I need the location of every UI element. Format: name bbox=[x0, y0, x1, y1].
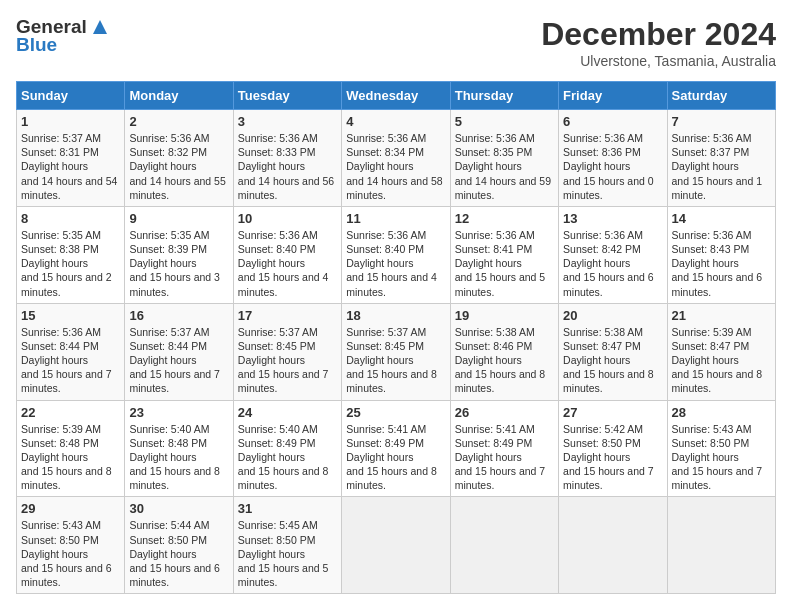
logo: General Blue bbox=[16, 16, 111, 56]
title-block: December 2024 Ulverstone, Tasmania, Aust… bbox=[541, 16, 776, 69]
calendar-cell: 27Sunrise: 5:42 AMSunset: 8:50 PMDayligh… bbox=[559, 400, 667, 497]
calendar-cell: 29Sunrise: 5:43 AMSunset: 8:50 PMDayligh… bbox=[17, 497, 125, 594]
day-number: 4 bbox=[346, 114, 445, 129]
calendar-cell: 15Sunrise: 5:36 AMSunset: 8:44 PMDayligh… bbox=[17, 303, 125, 400]
day-number: 31 bbox=[238, 501, 337, 516]
calendar-cell bbox=[667, 497, 775, 594]
day-number: 2 bbox=[129, 114, 228, 129]
calendar-week-row: 1Sunrise: 5:37 AMSunset: 8:31 PMDaylight… bbox=[17, 110, 776, 207]
day-number: 15 bbox=[21, 308, 120, 323]
calendar-cell: 3Sunrise: 5:36 AMSunset: 8:33 PMDaylight… bbox=[233, 110, 341, 207]
month-title: December 2024 bbox=[541, 16, 776, 53]
day-number: 7 bbox=[672, 114, 771, 129]
calendar-cell: 2Sunrise: 5:36 AMSunset: 8:32 PMDaylight… bbox=[125, 110, 233, 207]
calendar-cell: 23Sunrise: 5:40 AMSunset: 8:48 PMDayligh… bbox=[125, 400, 233, 497]
calendar-cell: 18Sunrise: 5:37 AMSunset: 8:45 PMDayligh… bbox=[342, 303, 450, 400]
calendar-week-row: 15Sunrise: 5:36 AMSunset: 8:44 PMDayligh… bbox=[17, 303, 776, 400]
calendar-cell: 21Sunrise: 5:39 AMSunset: 8:47 PMDayligh… bbox=[667, 303, 775, 400]
weekday-header-friday: Friday bbox=[559, 82, 667, 110]
weekday-header-thursday: Thursday bbox=[450, 82, 558, 110]
calendar-cell: 31Sunrise: 5:45 AMSunset: 8:50 PMDayligh… bbox=[233, 497, 341, 594]
calendar-cell: 1Sunrise: 5:37 AMSunset: 8:31 PMDaylight… bbox=[17, 110, 125, 207]
weekday-header-sunday: Sunday bbox=[17, 82, 125, 110]
calendar-cell: 30Sunrise: 5:44 AMSunset: 8:50 PMDayligh… bbox=[125, 497, 233, 594]
day-number: 11 bbox=[346, 211, 445, 226]
day-number: 17 bbox=[238, 308, 337, 323]
calendar-cell: 9Sunrise: 5:35 AMSunset: 8:39 PMDaylight… bbox=[125, 206, 233, 303]
day-number: 18 bbox=[346, 308, 445, 323]
calendar-cell: 20Sunrise: 5:38 AMSunset: 8:47 PMDayligh… bbox=[559, 303, 667, 400]
svg-marker-0 bbox=[93, 20, 107, 34]
calendar-cell: 6Sunrise: 5:36 AMSunset: 8:36 PMDaylight… bbox=[559, 110, 667, 207]
calendar-cell: 4Sunrise: 5:36 AMSunset: 8:34 PMDaylight… bbox=[342, 110, 450, 207]
day-number: 28 bbox=[672, 405, 771, 420]
day-number: 6 bbox=[563, 114, 662, 129]
calendar-cell: 19Sunrise: 5:38 AMSunset: 8:46 PMDayligh… bbox=[450, 303, 558, 400]
calendar-cell: 16Sunrise: 5:37 AMSunset: 8:44 PMDayligh… bbox=[125, 303, 233, 400]
day-number: 10 bbox=[238, 211, 337, 226]
day-number: 12 bbox=[455, 211, 554, 226]
day-number: 13 bbox=[563, 211, 662, 226]
calendar-cell: 11Sunrise: 5:36 AMSunset: 8:40 PMDayligh… bbox=[342, 206, 450, 303]
calendar-table: SundayMondayTuesdayWednesdayThursdayFrid… bbox=[16, 81, 776, 594]
location-text: Ulverstone, Tasmania, Australia bbox=[541, 53, 776, 69]
calendar-cell: 5Sunrise: 5:36 AMSunset: 8:35 PMDaylight… bbox=[450, 110, 558, 207]
day-number: 22 bbox=[21, 405, 120, 420]
day-number: 24 bbox=[238, 405, 337, 420]
weekday-header-wednesday: Wednesday bbox=[342, 82, 450, 110]
calendar-cell: 14Sunrise: 5:36 AMSunset: 8:43 PMDayligh… bbox=[667, 206, 775, 303]
day-number: 19 bbox=[455, 308, 554, 323]
calendar-cell: 7Sunrise: 5:36 AMSunset: 8:37 PMDaylight… bbox=[667, 110, 775, 207]
day-number: 21 bbox=[672, 308, 771, 323]
calendar-cell: 22Sunrise: 5:39 AMSunset: 8:48 PMDayligh… bbox=[17, 400, 125, 497]
calendar-week-row: 8Sunrise: 5:35 AMSunset: 8:38 PMDaylight… bbox=[17, 206, 776, 303]
day-number: 29 bbox=[21, 501, 120, 516]
day-number: 16 bbox=[129, 308, 228, 323]
calendar-cell: 17Sunrise: 5:37 AMSunset: 8:45 PMDayligh… bbox=[233, 303, 341, 400]
logo-icon bbox=[89, 16, 111, 38]
page-header: General Blue December 2024 Ulverstone, T… bbox=[16, 16, 776, 69]
day-number: 30 bbox=[129, 501, 228, 516]
day-number: 9 bbox=[129, 211, 228, 226]
day-number: 1 bbox=[21, 114, 120, 129]
calendar-cell bbox=[342, 497, 450, 594]
calendar-cell: 28Sunrise: 5:43 AMSunset: 8:50 PMDayligh… bbox=[667, 400, 775, 497]
calendar-cell bbox=[450, 497, 558, 594]
weekday-header-row: SundayMondayTuesdayWednesdayThursdayFrid… bbox=[17, 82, 776, 110]
weekday-header-saturday: Saturday bbox=[667, 82, 775, 110]
calendar-cell: 26Sunrise: 5:41 AMSunset: 8:49 PMDayligh… bbox=[450, 400, 558, 497]
day-number: 27 bbox=[563, 405, 662, 420]
day-number: 3 bbox=[238, 114, 337, 129]
calendar-cell: 10Sunrise: 5:36 AMSunset: 8:40 PMDayligh… bbox=[233, 206, 341, 303]
day-number: 25 bbox=[346, 405, 445, 420]
day-number: 5 bbox=[455, 114, 554, 129]
day-number: 14 bbox=[672, 211, 771, 226]
weekday-header-monday: Monday bbox=[125, 82, 233, 110]
calendar-cell bbox=[559, 497, 667, 594]
calendar-cell: 25Sunrise: 5:41 AMSunset: 8:49 PMDayligh… bbox=[342, 400, 450, 497]
logo-blue: Blue bbox=[16, 34, 57, 56]
calendar-cell: 13Sunrise: 5:36 AMSunset: 8:42 PMDayligh… bbox=[559, 206, 667, 303]
calendar-week-row: 22Sunrise: 5:39 AMSunset: 8:48 PMDayligh… bbox=[17, 400, 776, 497]
day-number: 8 bbox=[21, 211, 120, 226]
calendar-cell: 12Sunrise: 5:36 AMSunset: 8:41 PMDayligh… bbox=[450, 206, 558, 303]
day-number: 26 bbox=[455, 405, 554, 420]
calendar-cell: 8Sunrise: 5:35 AMSunset: 8:38 PMDaylight… bbox=[17, 206, 125, 303]
day-number: 23 bbox=[129, 405, 228, 420]
calendar-week-row: 29Sunrise: 5:43 AMSunset: 8:50 PMDayligh… bbox=[17, 497, 776, 594]
weekday-header-tuesday: Tuesday bbox=[233, 82, 341, 110]
calendar-cell: 24Sunrise: 5:40 AMSunset: 8:49 PMDayligh… bbox=[233, 400, 341, 497]
day-number: 20 bbox=[563, 308, 662, 323]
